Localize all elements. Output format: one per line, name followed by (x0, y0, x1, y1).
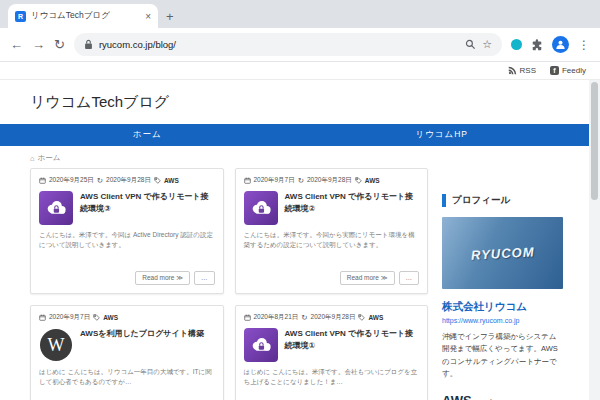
post-card[interactable]: 2020年9月7日 ↻ 2020年9月28日 AWS AWS Client VP… (235, 168, 429, 294)
aws-partner-badge: AWS partner (442, 393, 563, 400)
site-header: リウコムTechブログ (0, 80, 589, 124)
tag-icon (355, 177, 362, 184)
tag-icon (154, 177, 161, 184)
sidebar-heading: プロフィール (442, 194, 563, 207)
wordpress-icon: W (39, 328, 73, 362)
post-excerpt: こんにちは。米澤です。今回は Active Directory 認証の設定につい… (39, 230, 215, 251)
extension-icon[interactable] (511, 39, 522, 50)
reload-icon[interactable]: ↻ (54, 38, 65, 51)
post-updated: 2020年9月28日 (307, 176, 352, 185)
post-grid: 2020年9月25日 ↻ 2020年9月28日 AWS AWS Client V… (30, 168, 428, 400)
post-tag[interactable]: AWS (103, 314, 118, 321)
post-tag[interactable]: AWS (365, 177, 380, 184)
post-card[interactable]: 2020年8月21日 ↻ 2020年9月28日 AWS AWS Client V… (235, 305, 429, 400)
nav-item-company-hp[interactable]: リウコムHP (295, 124, 590, 146)
feedly-label: Feedly (562, 66, 586, 75)
rss-icon (508, 66, 517, 75)
post-updated: 2020年9月28日 (106, 176, 151, 185)
back-icon[interactable]: ← (10, 38, 23, 51)
site-favicon-icon: R (15, 11, 26, 22)
bookmark-feedly[interactable]: f Feedly (550, 66, 586, 75)
home-icon: ⌂ (30, 154, 35, 163)
post-tag[interactable]: AWS (368, 314, 383, 321)
refresh-icon: ↻ (298, 177, 304, 185)
read-more-button[interactable]: Read more ≫ (135, 271, 190, 285)
post-date: 2020年9月25日 (49, 176, 94, 185)
lock-icon (84, 39, 93, 50)
post-excerpt: はじめに こんにちは。リウコム一年目の大城です。ITに関して初心者でもあるのです… (39, 367, 215, 388)
main-nav: ホーム リウコムHP (0, 124, 589, 146)
forward-icon[interactable]: → (32, 38, 45, 51)
site-title[interactable]: リウコムTechブログ (30, 93, 169, 112)
company-url-link[interactable]: https://www.ryucom.co.jp (442, 317, 563, 324)
office-photo: RYUCOM (442, 217, 563, 289)
aws-cloud-lock-icon (244, 191, 278, 225)
read-more-button[interactable]: Read more ≫ (340, 271, 395, 285)
calendar-icon (244, 314, 251, 321)
calendar-icon (244, 177, 251, 184)
tag-icon (358, 314, 365, 321)
aws-cloud-lock-icon (244, 328, 278, 362)
post-date: 2020年9月7日 (254, 176, 295, 185)
new-tab-button[interactable]: + (166, 9, 174, 24)
tab-close-icon[interactable]: × (145, 11, 151, 22)
ellipsis-button[interactable]: … (399, 271, 420, 285)
profile-sidebar: プロフィール RYUCOM 株式会社リウコム https://www.ryuco… (442, 168, 563, 400)
bookmark-star-icon[interactable]: ☆ (482, 38, 492, 51)
post-date: 2020年9月7日 (49, 313, 90, 322)
tab-title: リウコムTechブログ (31, 10, 140, 22)
company-name: 株式会社リウコム (442, 300, 563, 314)
post-card[interactable]: 2020年9月25日 ↻ 2020年9月28日 AWS AWS Client V… (30, 168, 224, 294)
post-title[interactable]: AWS Client VPN で作るリモート接続環境② (285, 191, 420, 225)
feedly-icon: f (550, 66, 559, 75)
post-excerpt: こんにちは。米澤です。今回から実際にリモート環境を構築するための設定について説明… (244, 230, 420, 251)
post-title[interactable]: AWS Client VPN で作るリモート接続環境③ (80, 191, 215, 225)
post-card[interactable]: 2020年9月7日 AWS W AWSを利用したブログサイト構築 はじめに こん… (30, 305, 224, 400)
partner-text: partner (477, 397, 506, 400)
post-date: 2020年8月21日 (254, 313, 299, 322)
post-updated: 2020年9月28日 (311, 313, 356, 322)
url-text[interactable]: ryucom.co.jp/blog/ (99, 39, 459, 50)
aws-logo-text: AWS (442, 393, 472, 400)
company-description: 沖縄でインフラ構築からシステム開発まで幅広くやってます。AWS のコンサルティン… (442, 331, 563, 381)
menu-kebab-icon[interactable]: ⋮ (578, 38, 590, 52)
ellipsis-button[interactable]: … (194, 271, 215, 285)
post-tag[interactable]: AWS (164, 177, 179, 184)
refresh-icon: ↻ (97, 177, 103, 185)
scrollbar-thumb[interactable] (591, 82, 598, 200)
refresh-icon: ↻ (301, 314, 307, 322)
calendar-icon (39, 314, 46, 321)
extensions-puzzle-icon[interactable] (531, 39, 543, 51)
bookmark-rss[interactable]: RSS (508, 66, 536, 75)
aws-cloud-lock-icon (39, 191, 73, 225)
calendar-icon (39, 177, 46, 184)
tab-strip: R リウコムTechブログ × + (0, 0, 600, 28)
nav-item-home[interactable]: ホーム (0, 124, 295, 146)
browser-toolbar: ← → ↻ ryucom.co.jp/blog/ ☆ ⋮ (0, 28, 600, 62)
breadcrumb: ⌂ ホーム (0, 146, 589, 168)
breadcrumb-home[interactable]: ホーム (38, 153, 61, 163)
page-scrollbar[interactable] (589, 80, 600, 400)
post-excerpt: はじめに こんにちは。米澤です。会社もついにブログを立ち上げることになりました！… (244, 367, 420, 388)
profile-avatar[interactable] (552, 36, 569, 53)
bookmarks-bar: RSS f Feedly (0, 62, 600, 80)
browser-tab[interactable]: R リウコムTechブログ × (8, 4, 158, 28)
rss-label: RSS (520, 66, 536, 75)
tag-icon (93, 314, 100, 321)
page-viewport: リウコムTechブログ ホーム リウコムHP ⌂ ホーム 2020年9月25日 (0, 80, 600, 400)
post-title[interactable]: AWSを利用したブログサイト構築 (80, 328, 204, 362)
address-bar[interactable]: ryucom.co.jp/blog/ ☆ (74, 33, 502, 56)
browser-window: R リウコムTechブログ × + ← → ↻ ryucom.co.jp/blo… (0, 0, 600, 400)
office-logo-text: RYUCOM (470, 244, 534, 262)
zoom-icon[interactable] (465, 39, 476, 50)
post-title[interactable]: AWS Client VPN で作るリモート接続環境① (285, 328, 420, 362)
